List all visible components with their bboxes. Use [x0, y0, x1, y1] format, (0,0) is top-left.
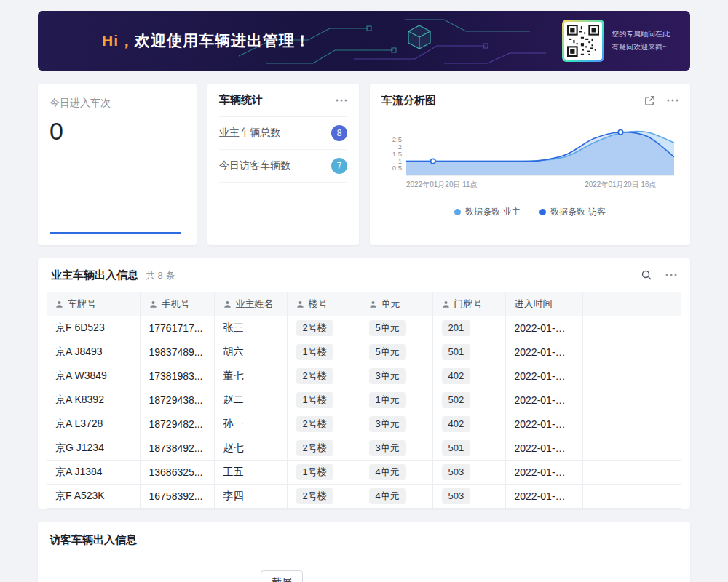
- traffic-chart-svg: 0.511.522.52022年01月20日 11点2022年01月20日 16…: [381, 117, 678, 202]
- cell: 201: [432, 316, 505, 340]
- more-menu-button[interactable]: [665, 274, 677, 276]
- cards-row: 今日进入车次 0 车辆统计 业主车辆总数8今日访客车辆数7 车流分析图: [38, 84, 690, 245]
- member-field-icon: [442, 300, 450, 308]
- table-row[interactable]: 京A J138413686325...王五1号楼4单元5032022-01-…: [47, 461, 681, 485]
- column-header-6[interactable]: 门牌号: [432, 292, 505, 316]
- tag-pill: 3单元: [369, 368, 406, 384]
- cell: 2022-01-…: [505, 461, 582, 485]
- export-icon: [644, 95, 655, 106]
- column-header-7[interactable]: 进入时间: [505, 292, 582, 316]
- stat-count-badge: 7: [331, 158, 347, 174]
- table-row[interactable]: 京A J849319837489...胡六1号楼5单元5012022-01-…: [47, 340, 681, 364]
- qr-caption: 您的专属顾问在此 有疑问欢迎来戳~: [612, 28, 670, 54]
- cell: 19837489...: [140, 340, 214, 364]
- more-menu-button[interactable]: [667, 99, 678, 102]
- column-header-1[interactable]: 车牌号: [47, 292, 140, 316]
- cell: 501: [432, 436, 505, 461]
- tag-pill: 4单元: [369, 488, 406, 504]
- visitor-table-title: 访客车辆出入信息: [50, 533, 137, 546]
- column-header-label: 门牌号: [454, 298, 483, 311]
- cell: 1号楼: [287, 461, 360, 485]
- stat-label: 业主车辆总数: [219, 127, 280, 140]
- cell-empty: [582, 316, 681, 340]
- cell: 2022-01-…: [505, 485, 582, 509]
- cell: 1号楼: [287, 340, 360, 364]
- column-header-empty: [582, 292, 681, 316]
- cell: 18729482...: [140, 412, 214, 436]
- cell: 李四: [214, 485, 287, 509]
- owner-table-header-row: 车牌号手机号业主姓名楼号单元门牌号进入时间: [47, 292, 681, 316]
- member-field-icon: [149, 300, 157, 308]
- cell: 京F 6D523: [47, 316, 140, 340]
- cell: 赵二: [214, 388, 287, 412]
- owner-table-body: 京F 6D52317761717...张三2号楼5单元2012022-01-…京…: [47, 316, 681, 509]
- cell: 京A K8392: [47, 388, 140, 412]
- today-entries-card: 今日进入车次 0: [38, 84, 197, 245]
- more-icon: [336, 99, 347, 102]
- visitor-vehicles-card: 访客车辆出入信息: [38, 522, 690, 582]
- export-button[interactable]: [644, 95, 655, 106]
- cell: 5单元: [360, 316, 432, 340]
- vehicle-stats-card: 车辆统计 业主车辆总数8今日访客车辆数7: [207, 84, 359, 245]
- table-row[interactable]: 京A K839218729438...赵二1号楼1单元5022022-01-…: [47, 388, 681, 412]
- cell: 2022-01-…: [505, 364, 582, 388]
- cell: 18729438...: [140, 388, 214, 412]
- cell: 张三: [214, 316, 287, 340]
- cell: 3单元: [360, 436, 432, 461]
- column-header-label: 手机号: [162, 298, 190, 311]
- cell: 孙一: [214, 412, 287, 436]
- tag-pill: 1单元: [369, 392, 406, 408]
- screenshot-button[interactable]: 截屏: [261, 570, 303, 582]
- tag-pill: 5单元: [369, 344, 406, 360]
- cell: 4单元: [360, 461, 432, 485]
- cell: 京A J8493: [47, 340, 140, 364]
- stat-row: 业主车辆总数8: [219, 117, 347, 150]
- column-header-5[interactable]: 单元: [360, 292, 432, 316]
- vehicle-stats-rows: 业主车辆总数8今日访客车辆数7: [219, 117, 347, 183]
- cell: 2022-01-…: [505, 436, 582, 461]
- owner-vehicles-table: 车牌号手机号业主姓名楼号单元门牌号进入时间 京F 6D52317761717..…: [47, 292, 681, 509]
- cell: 1号楼: [287, 388, 360, 412]
- column-header-label: 业主姓名: [236, 298, 274, 311]
- member-field-icon: [223, 300, 232, 308]
- cell-empty: [582, 461, 681, 485]
- table-row[interactable]: 京F A523K16758392...李四2号楼4单元5032022-01-…: [47, 485, 681, 509]
- cell: 402: [432, 412, 505, 436]
- legend-item[interactable]: 数据条数-访客: [539, 206, 606, 218]
- column-header-4[interactable]: 楼号: [287, 292, 360, 316]
- search-button[interactable]: [641, 269, 652, 281]
- column-header-2[interactable]: 手机号: [140, 292, 214, 316]
- column-header-label: 车牌号: [68, 298, 96, 311]
- cell: 503: [432, 461, 505, 485]
- svg-text:2022年01月20日 16点: 2022年01月20日 16点: [585, 180, 656, 188]
- more-menu-button[interactable]: [336, 99, 347, 102]
- table-row[interactable]: 京G J123418738492...赵七2号楼3单元5012022-01-…: [47, 436, 681, 461]
- vehicle-stats-title: 车辆统计: [219, 93, 263, 107]
- table-row[interactable]: 京A W384917381983...董七2号楼3单元4022022-01-…: [47, 364, 681, 388]
- traffic-chart-header: 车流分析图: [381, 84, 678, 117]
- tag-pill: 2号楼: [296, 440, 333, 456]
- more-icon: [665, 274, 677, 276]
- legend-item[interactable]: 数据条数-业主: [454, 206, 521, 218]
- cell: 2022-01-…: [505, 316, 582, 340]
- traffic-chart-title: 车流分析图: [381, 94, 436, 108]
- cell: 5单元: [360, 340, 432, 364]
- stat-row: 今日访客车辆数7: [219, 150, 347, 183]
- svg-text:2: 2: [398, 143, 402, 151]
- column-header-3[interactable]: 业主姓名: [214, 292, 287, 316]
- tag-pill: 2号楼: [296, 416, 333, 432]
- table-row[interactable]: 京A L372818729482...孙一2号楼3单元4022022-01-…: [47, 412, 681, 436]
- tag-pill: 3单元: [369, 440, 406, 456]
- tag-pill: 2号楼: [296, 320, 333, 336]
- more-icon: [667, 99, 678, 102]
- cell: 4单元: [360, 485, 432, 509]
- cell-empty: [582, 436, 681, 461]
- cell-empty: [582, 340, 681, 364]
- tag-pill: 501: [442, 440, 471, 456]
- cell: 3单元: [360, 412, 432, 436]
- cell: 503: [432, 485, 505, 509]
- cell: 2号楼: [287, 412, 360, 436]
- table-row[interactable]: 京F 6D52317761717...张三2号楼5单元2012022-01-…: [47, 316, 681, 340]
- qr-code[interactable]: [564, 22, 602, 60]
- owner-table-count: 共 8 条: [146, 269, 175, 282]
